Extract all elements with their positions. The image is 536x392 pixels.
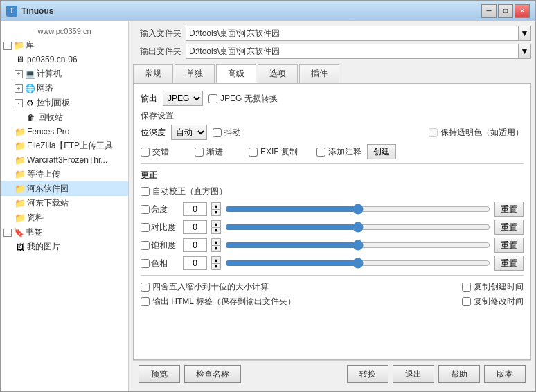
dither-checkbox-label[interactable]: 抖动 (213, 127, 241, 139)
bit-depth-select[interactable]: 自动 8位 16位 (171, 125, 207, 140)
settings-icon: ⚙ (24, 98, 35, 109)
output-html-checkbox-label[interactable]: 输出 HTML 标签（保存到输出文件夹） (141, 296, 296, 308)
saturation-checkbox[interactable] (141, 241, 150, 250)
hue-reset-button[interactable]: 重置 (494, 256, 524, 271)
jpeg-lossless-checkbox-label[interactable]: JPEG 无损转换 (208, 93, 278, 105)
brightness-slider[interactable] (225, 204, 490, 215)
sidebar-item-download[interactable]: 📁 河东下载站 (1, 196, 128, 211)
keep-transparency-checkbox-label[interactable]: 保持透明色（如适用） (429, 127, 524, 139)
tab-advanced[interactable]: 高级 (216, 64, 256, 83)
saturation-slider[interactable] (225, 240, 490, 251)
hue-slider[interactable] (225, 258, 490, 269)
exif-copy-checkbox-label[interactable]: EXIF 复制 (249, 146, 311, 158)
brightness-down[interactable]: ▼ (211, 209, 221, 217)
hue-spinner: ▲ ▼ (211, 256, 221, 270)
brightness-value[interactable] (183, 202, 207, 216)
jpeg-lossless-checkbox[interactable] (208, 94, 217, 103)
round-checkbox[interactable] (141, 283, 150, 292)
hue-up[interactable]: ▲ (211, 256, 221, 263)
hue-checkbox[interactable] (141, 259, 150, 268)
saturation-value[interactable] (183, 238, 207, 252)
interlace-checkbox-label[interactable]: 交错 (141, 146, 189, 158)
input-folder-field[interactable] (186, 26, 519, 41)
copy-modified-checkbox-label[interactable]: 复制修改时间 (462, 296, 524, 308)
add-comment-checkbox[interactable] (316, 148, 325, 157)
output-format-row: 输出 JPEG PNG BMP JPEG 无损转换 (141, 91, 524, 106)
keep-transparency-checkbox[interactable] (429, 128, 438, 137)
saturation-checkbox-label[interactable]: 饱和度 (141, 240, 179, 251)
close-button[interactable]: ✕ (515, 4, 530, 18)
tab-single[interactable]: 单独 (175, 64, 215, 83)
sidebar-item-recycle[interactable]: 🗑 回收站 (1, 110, 128, 125)
expand-icon: + (15, 70, 23, 78)
saturation-up[interactable]: ▲ (211, 238, 221, 245)
preview-button[interactable]: 预览 (139, 365, 180, 383)
restore-button[interactable]: □ (498, 4, 513, 18)
progressive-checkbox-label[interactable]: 渐进 (195, 146, 243, 158)
create-button[interactable]: 创建 (367, 144, 396, 159)
output-folder-dropdown[interactable]: ▼ (519, 44, 531, 59)
sidebar-item-hedong[interactable]: 📁 河东软件园 (1, 181, 128, 196)
sidebar-item-filezilla[interactable]: 📁 FileZilla【FTP上传工具 (1, 139, 128, 153)
contrast-value[interactable] (183, 220, 207, 234)
sidebar-item-mypics[interactable]: 🖼 我的图片 (1, 240, 128, 254)
sidebar-item-controlpanel[interactable]: - ⚙ 控制面板 (1, 96, 128, 110)
check-name-button[interactable]: 检查名称 (184, 365, 241, 383)
sidebar-item-root[interactable]: - 📁 库 (1, 38, 128, 53)
bottom-left-checkboxes: 四舍五入缩小到十位的大小计算 输出 HTML 标签（保存到输出文件夹） (141, 281, 296, 308)
copy-creation-checkbox[interactable] (462, 283, 471, 292)
folder-icon: 📁 (15, 141, 26, 152)
sidebar-item-material[interactable]: 📁 资料 (1, 211, 128, 225)
version-button[interactable]: 版本 (484, 365, 526, 383)
progressive-checkbox[interactable] (195, 148, 204, 157)
contrast-slider[interactable] (225, 222, 490, 233)
contrast-checkbox-label[interactable]: 对比度 (141, 222, 179, 233)
hue-value[interactable] (183, 256, 207, 270)
brightness-checkbox[interactable] (141, 205, 150, 214)
hue-checkbox-label[interactable]: 色相 (141, 258, 179, 269)
brightness-checkbox-label[interactable]: 亮度 (141, 204, 179, 215)
hue-down[interactable]: ▼ (211, 263, 221, 271)
sidebar-item-network[interactable]: + 🌐 网络 (1, 81, 128, 96)
output-format-select[interactable]: JPEG PNG BMP (163, 91, 203, 106)
minimize-button[interactable]: ─ (481, 4, 497, 18)
contrast-down[interactable]: ▼ (211, 227, 221, 235)
copy-modified-checkbox[interactable] (462, 297, 471, 306)
sidebar-item-waiting[interactable]: 📁 等待上传 (1, 167, 128, 181)
sidebar: www.pc0359.cn - 📁 库 🖥 pc0359.cn-06 + 💻 计… (1, 21, 129, 391)
output-html-checkbox[interactable] (141, 297, 150, 306)
dither-checkbox[interactable] (213, 128, 222, 137)
exif-copy-checkbox[interactable] (249, 148, 258, 157)
contrast-checkbox[interactable] (141, 223, 150, 232)
contrast-reset-button[interactable]: 重置 (494, 220, 524, 235)
help-button[interactable]: 帮助 (438, 365, 480, 383)
tab-content-advanced: 输出 JPEG PNG BMP JPEG 无损转换 保存设置 (133, 83, 531, 360)
interlace-checkbox[interactable] (141, 148, 150, 157)
sidebar-item-warcraft[interactable]: 📁 Warcraft3FrozenThr... (1, 153, 128, 167)
contrast-up[interactable]: ▲ (211, 220, 221, 227)
tab-bar: 常规 单独 高级 选项 插件 (133, 64, 531, 83)
sidebar-item-fences[interactable]: 📁 Fences Pro (1, 125, 128, 139)
brightness-up[interactable]: ▲ (211, 202, 221, 209)
expand-icon: + (15, 84, 23, 93)
sidebar-item-computer[interactable]: + 💻 计算机 (1, 66, 128, 81)
add-comment-checkbox-label[interactable]: 添加注释 (316, 146, 361, 158)
saturation-row: 饱和度 ▲ ▼ 重置 (141, 238, 524, 253)
auto-correct-checkbox[interactable] (141, 187, 150, 196)
tab-options[interactable]: 选项 (258, 64, 298, 83)
sidebar-item-bookmark[interactable]: - 🔖 书签 (1, 225, 128, 240)
round-checkbox-label[interactable]: 四舍五入缩小到十位的大小计算 (141, 281, 296, 293)
output-folder-field[interactable] (186, 44, 519, 59)
convert-button[interactable]: 转换 (347, 365, 388, 383)
auto-correct-checkbox-label[interactable]: 自动校正（直方图） (141, 186, 227, 197)
input-folder-dropdown[interactable]: ▼ (519, 26, 531, 41)
tab-plugins[interactable]: 插件 (299, 64, 339, 83)
sidebar-item-pc0359[interactable]: 🖥 pc0359.cn-06 (1, 53, 128, 66)
exit-button[interactable]: 退出 (393, 365, 434, 383)
sidebar-item-label: 河东软件园 (27, 183, 69, 195)
saturation-down[interactable]: ▼ (211, 245, 221, 253)
saturation-reset-button[interactable]: 重置 (494, 238, 524, 253)
brightness-reset-button[interactable]: 重置 (494, 202, 524, 217)
copy-creation-checkbox-label[interactable]: 复制创建时间 (462, 281, 524, 293)
tab-general[interactable]: 常规 (133, 64, 173, 83)
